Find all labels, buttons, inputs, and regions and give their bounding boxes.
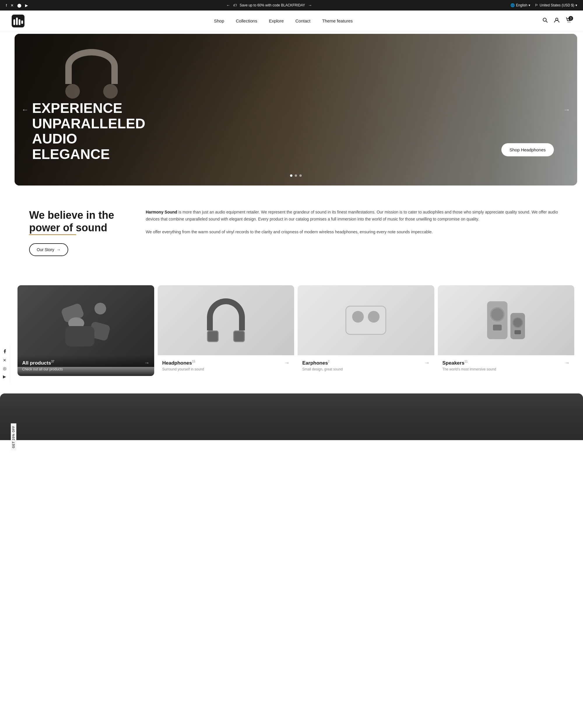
headphones-graphic: [207, 298, 245, 342]
promo-prev-button[interactable]: ←: [226, 3, 230, 7]
svg-rect-4: [21, 20, 23, 24]
headphones-name-group: Headphones15 Surround yourself in sound: [162, 360, 204, 371]
earphones-name-group: Earphones2 Small design, great sound: [302, 360, 343, 371]
nav-theme-features[interactable]: Theme features: [322, 18, 353, 23]
collection-title-row: All products37 Check out all our product…: [22, 360, 149, 371]
side-youtube-icon[interactable]: ▶: [3, 374, 7, 379]
hero-dot-3[interactable]: [299, 175, 302, 177]
belief-para2: We offer everything from the warm sound …: [146, 229, 565, 236]
hero-dots: [290, 175, 302, 177]
instagram-icon[interactable]: ⬤: [17, 3, 22, 7]
earphones-name: Earphones2: [302, 360, 329, 366]
hero-prev-button[interactable]: ←: [22, 106, 29, 114]
belief-right-column: Harmony Sound is more than just an audio…: [146, 209, 565, 241]
account-button[interactable]: [554, 17, 560, 25]
dark-bottom-section: [0, 393, 583, 440]
logo-icon: [12, 15, 25, 27]
hero-headphone-graphic: [59, 49, 123, 107]
region-selector[interactable]: 🏳 United States (USD $) ▾: [535, 3, 577, 7]
belief-headline-accent: power of sound: [29, 222, 107, 234]
all-products-bg: [18, 285, 154, 367]
svg-rect-2: [16, 18, 18, 25]
belief-section: We believe in the power of sound Our Sto…: [12, 185, 583, 280]
promo-text: Save up to 60% with code BLACKFRIDAY: [240, 3, 305, 7]
svg-rect-3: [19, 19, 20, 25]
announcement-bar: f ✕ ⬤ ▶ ← 🏷 Save up to 60% with code BLA…: [0, 0, 583, 10]
collection-card-speakers[interactable]: Speakers11 The world's most immersive so…: [438, 285, 575, 376]
speakers-graphic: [487, 301, 525, 339]
search-button[interactable]: [542, 17, 548, 25]
shop-headphones-button[interactable]: Shop Headphones: [501, 143, 554, 156]
earphones-label: Earphones2 Small design, great sound →: [298, 355, 434, 376]
hero-content: EXPERIENCE UNPARALLELED AUDIO ELEGANCE: [32, 101, 155, 162]
earphones-graphic: [345, 306, 386, 335]
side-twitter-icon[interactable]: ✕: [3, 358, 7, 363]
collection-name-group: All products37 Check out all our product…: [22, 360, 63, 371]
twitter-icon[interactable]: ✕: [10, 3, 14, 7]
speakers-title-row: Speakers11 The world's most immersive so…: [443, 360, 570, 371]
site-header: Shop Collections Explore Contact Theme f…: [0, 10, 583, 31]
speakers-arrow[interactable]: →: [564, 360, 570, 366]
speakers-name: Speakers11: [443, 360, 468, 366]
earphones-title-row: Earphones2 Small design, great sound →: [302, 360, 430, 371]
side-discount-label[interactable]: GET 20% OFF: [11, 423, 16, 440]
social-links: f ✕ ⬤ ▶: [6, 3, 28, 7]
side-instagram-icon[interactable]: ◎: [3, 366, 7, 371]
svg-rect-1: [13, 19, 15, 25]
all-products-arrow[interactable]: →: [144, 360, 149, 366]
speakers-label: Speakers11 The world's most immersive so…: [438, 355, 575, 376]
collection-card-headphones[interactable]: Headphones15 Surround yourself in sound …: [158, 285, 295, 376]
hero-dot-2[interactable]: [295, 175, 297, 177]
belief-left-column: We believe in the power of sound Our Sto…: [29, 209, 122, 256]
headphones-title-row: Headphones15 Surround yourself in sound …: [162, 360, 290, 371]
belief-para1: Harmony Sound is more than just an audio…: [146, 209, 565, 223]
promo-icon: 🏷: [233, 3, 237, 7]
hero-cta-area: Shop Headphones: [501, 143, 554, 156]
speakers-desc: The world's most immersive sound: [443, 367, 496, 371]
header-right-info: 🌐 English ▾ 🏳 United States (USD $) ▾: [510, 3, 577, 7]
headphones-desc: Surround yourself in sound: [162, 367, 204, 371]
site-logo[interactable]: [12, 15, 25, 27]
hero-dot-1[interactable]: [290, 175, 293, 177]
language-selector[interactable]: 🌐 English ▾: [510, 3, 530, 7]
svg-point-5: [543, 18, 546, 21]
earphones-bg: [298, 285, 434, 355]
earphones-arrow[interactable]: →: [424, 360, 430, 366]
header-actions: 3: [542, 17, 571, 25]
collection-card-earphones[interactable]: Earphones2 Small design, great sound →: [298, 285, 434, 376]
all-products-label: All products37 Check out all our product…: [18, 355, 154, 376]
cart-count: 3: [568, 16, 573, 21]
side-facebook-icon[interactable]: [3, 349, 7, 354]
nav-shop[interactable]: Shop: [214, 18, 224, 23]
headphones-bg: [158, 285, 295, 355]
headphones-name: Headphones15: [162, 360, 195, 366]
speakers-name-group: Speakers11 The world's most immersive so…: [443, 360, 496, 371]
facebook-icon[interactable]: f: [6, 3, 7, 7]
hero-banner: EXPERIENCE UNPARALLELED AUDIO ELEGANCE S…: [15, 34, 577, 185]
svg-line-6: [546, 21, 548, 23]
nav-explore[interactable]: Explore: [269, 18, 284, 23]
nav-collections[interactable]: Collections: [236, 18, 257, 23]
speakers-bg: [438, 285, 575, 355]
hero-title: EXPERIENCE UNPARALLELED AUDIO ELEGANCE: [32, 101, 155, 162]
collection-card-all[interactable]: All products37 Check out all our product…: [18, 285, 154, 376]
headphones-label: Headphones15 Surround yourself in sound …: [158, 355, 295, 376]
our-story-button[interactable]: Our Story →: [29, 243, 68, 256]
side-social-bar: ✕ ◎ ▶: [0, 345, 10, 384]
all-products-name: All products37: [22, 360, 54, 366]
collections-grid: All products37 Check out all our product…: [18, 285, 574, 376]
promo-next-button[interactable]: →: [308, 3, 312, 7]
youtube-icon[interactable]: ▶: [25, 3, 28, 7]
earphones-desc: Small design, great sound: [302, 367, 343, 371]
hero-next-button[interactable]: →: [563, 106, 570, 114]
svg-point-8: [568, 22, 568, 23]
main-nav: Shop Collections Explore Contact Theme f…: [214, 18, 353, 23]
svg-point-7: [556, 18, 558, 20]
collections-section: All products37 Check out all our product…: [12, 280, 580, 393]
all-products-graphic: [59, 300, 112, 352]
promo-message: ← 🏷 Save up to 60% with code BLACKFRIDAY…: [226, 3, 312, 7]
arrow-right-icon: →: [57, 247, 61, 252]
nav-contact[interactable]: Contact: [295, 18, 310, 23]
cart-button[interactable]: 3: [565, 17, 571, 25]
headphones-arrow[interactable]: →: [284, 360, 289, 366]
